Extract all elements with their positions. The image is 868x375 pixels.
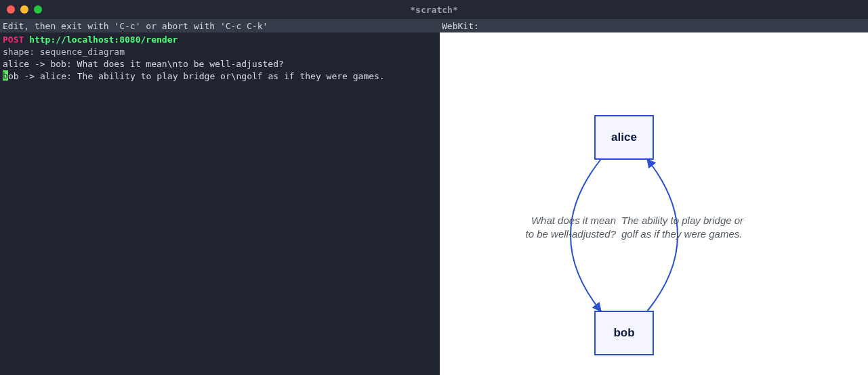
http-url: http://localhost:8080/render — [29, 35, 178, 45]
diagram-node-alice: alice — [594, 115, 654, 160]
edge-label-line: The ability to play bridge or — [621, 215, 743, 226]
editor-pane[interactable]: POST http://localhost:8080/render shape:… — [0, 32, 439, 375]
editor-line: shape: — [3, 47, 35, 57]
minimize-icon[interactable] — [20, 5, 28, 14]
editor-line: sequence_diagram — [35, 47, 125, 57]
edge-label-left: What does it meanto be well-adjusted? — [480, 214, 616, 241]
minibuffer-prompt: Edit, then exit with 'C-c ' or abort wit… — [0, 19, 439, 32]
window-title: *scratch* — [0, 5, 868, 15]
zoom-icon[interactable] — [34, 5, 42, 14]
editor-line: alice -> bob: What does it mean\nto be w… — [3, 59, 284, 69]
diagram: alice bob What does it meanto be well-ad… — [440, 32, 868, 375]
diagram-node-bob: bob — [594, 311, 654, 355]
prompt-text: ' or abort with ' — [136, 21, 226, 31]
edge-label-line: What does it mean — [531, 215, 616, 226]
edge-label-right: The ability to play bridge orgolf as if … — [621, 214, 777, 241]
diagram-edges — [440, 32, 868, 375]
traffic-lights — [7, 5, 42, 14]
edge-label-line: to be well-adjusted? — [526, 228, 616, 240]
keybinding: C-c — [119, 21, 135, 31]
status-row: Edit, then exit with 'C-c ' or abort wit… — [0, 19, 868, 32]
webview-pane: alice bob What does it meanto be well-ad… — [439, 32, 868, 375]
prompt-text: ' — [263, 21, 268, 31]
text-cursor — [3, 70, 8, 81]
keybinding: C-c C-k — [226, 21, 263, 31]
edge-label-line: golf as if they were games. — [621, 228, 742, 240]
http-method: POST — [3, 35, 24, 45]
prompt-text: Edit, then exit with ' — [3, 21, 119, 31]
editor-line: ob -> alice: The ability to play bridge … — [8, 71, 385, 81]
close-icon[interactable] — [7, 5, 15, 14]
webview-title: WebKit: — [439, 19, 868, 32]
titlebar: *scratch* — [0, 0, 868, 19]
